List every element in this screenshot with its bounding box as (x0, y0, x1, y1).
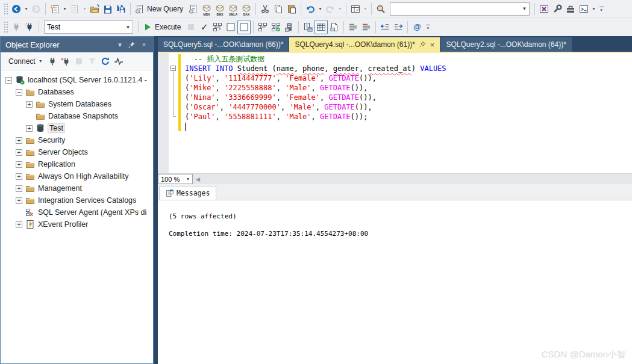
tab-messages[interactable]: Messages (159, 186, 216, 200)
dmx-query-button[interactable]: DMX (213, 2, 227, 16)
display-estimated-plan-button[interactable] (211, 20, 224, 34)
tree-expander-icon[interactable]: + (16, 173, 22, 180)
toolbar1-grip[interactable] (3, 2, 8, 16)
tree-item-database-snapshots[interactable]: Database Snapshots (1, 110, 153, 122)
tree-expander-icon[interactable]: + (16, 197, 22, 204)
new-project-button[interactable] (48, 2, 61, 16)
connect-dropdown-button[interactable]: Connect▾ (4, 54, 46, 69)
increase-indent-button[interactable] (392, 20, 405, 34)
database-selector-input[interactable] (45, 22, 124, 32)
tree-item-sql-server-agent-agent-xps-di[interactable]: ×SQL Server Agent (Agent XPs di (1, 206, 153, 218)
cut-button[interactable] (258, 2, 272, 16)
command-window-button[interactable] (577, 2, 590, 16)
tree-expander-icon[interactable]: + (16, 185, 22, 192)
include-actual-plan-button[interactable] (256, 20, 269, 34)
refresh-button[interactable] (99, 54, 112, 69)
tree-item-label[interactable]: Databases (38, 88, 74, 96)
editor-zoom-selector[interactable]: 100 % ▼ (158, 174, 193, 184)
document-tab-1[interactable]: SQLQuery5.sql -...OOK\damon (66))* (158, 37, 289, 52)
query-designer-dropdown[interactable]: ▾ (362, 2, 369, 16)
parse-button[interactable]: ✓ (198, 20, 211, 34)
toolbar2-grip[interactable] (3, 20, 8, 34)
tree-item-label[interactable]: Security (38, 136, 65, 144)
tree-item-label[interactable]: Replication (38, 160, 75, 168)
tree-expander-icon[interactable]: − (16, 89, 22, 96)
decrease-indent-button[interactable] (378, 20, 392, 34)
database-selector[interactable]: ▼ (44, 20, 133, 34)
find-combobox-input[interactable] (390, 4, 520, 14)
connect-object-icon[interactable] (46, 54, 59, 69)
tree-item-system-databases[interactable]: +System Databases (1, 98, 153, 110)
paste-button[interactable] (285, 2, 298, 16)
results-to-file-button[interactable] (328, 20, 341, 34)
tree-item-label[interactable]: localhost (SQL Server 16.0.1121.4 - (28, 76, 147, 84)
tree-item-server-objects[interactable]: +Server Objects (1, 146, 153, 158)
template-explorer-button[interactable] (564, 2, 577, 16)
comment-selection-button[interactable] (346, 20, 360, 34)
tree-item-label[interactable]: SQL Server Agent (Agent XPs di (38, 208, 146, 217)
open-file-button[interactable] (88, 2, 101, 16)
uncomment-selection-button[interactable] (360, 20, 373, 34)
pin-tab-icon[interactable] (419, 41, 426, 49)
tree-item-security[interactable]: +Security (1, 134, 153, 146)
tree-item-replication[interactable]: +Replication (1, 158, 153, 170)
find-button[interactable] (374, 2, 387, 16)
panel-splitter[interactable] (154, 36, 158, 364)
properties-window-button[interactable] (551, 2, 564, 16)
tree-item-always-on-high-availability[interactable]: +Always On High Availability (1, 170, 153, 182)
undo-button[interactable] (304, 2, 317, 16)
filter-button[interactable] (86, 54, 99, 69)
auto-hide-pin-icon[interactable] (127, 39, 137, 50)
change-connection-button[interactable] (23, 20, 36, 34)
xmla-query-button[interactable]: XMLA (227, 2, 240, 16)
tree-item-localhost-sql-server-16-0-1121-4[interactable]: −localhost (SQL Server 16.0.1121.4 - (1, 74, 153, 86)
tree-expander-icon[interactable]: − (5, 77, 12, 84)
tree-item-integration-services-catalogs[interactable]: +Integration Services Catalogs (1, 194, 153, 206)
execute-button[interactable]: Execute (141, 20, 184, 34)
client-statistics-button[interactable] (283, 20, 296, 34)
tree-item-label[interactable]: Server Objects (38, 148, 88, 156)
vs-window-button[interactable] (537, 2, 551, 16)
redo-button[interactable] (324, 2, 337, 16)
tree-item-label[interactable]: Database Snapshots (48, 112, 118, 120)
results-to-text-button[interactable] (301, 20, 314, 34)
close-tab-icon[interactable]: × (430, 40, 435, 49)
add-item-button[interactable] (68, 2, 81, 16)
fold-collapse-icon[interactable]: − (171, 66, 176, 71)
command-window-dropdown[interactable]: ▾ (590, 2, 597, 16)
add-item-dropdown[interactable]: ▾ (81, 2, 88, 16)
intellisense-enabled-toggle[interactable] (237, 20, 251, 34)
tree-item-management[interactable]: +Management (1, 182, 153, 194)
database-selector-dropdown-icon[interactable]: ▼ (124, 25, 133, 30)
navigate-back-button[interactable] (10, 2, 23, 16)
tree-item-label[interactable]: Integration Services Catalogs (38, 196, 136, 205)
document-tab-2[interactable]: SQLQuery4.sql -...OOK\damon (61))*× (289, 37, 440, 52)
tree-expander-icon[interactable]: + (16, 221, 22, 228)
tree-expander-icon[interactable]: + (26, 125, 33, 132)
live-query-statistics-button[interactable] (269, 20, 283, 34)
activity-monitor-button[interactable] (112, 54, 125, 69)
tree-item-label[interactable]: Management (38, 184, 82, 193)
find-combobox-dropdown-icon[interactable]: ▼ (520, 6, 529, 11)
find-combobox[interactable]: ▼ (390, 2, 530, 16)
tree-item-label[interactable]: Always On High Availability (38, 172, 129, 180)
template-parameters-button[interactable]: @ (410, 20, 424, 34)
redo-dropdown[interactable]: ▾ (337, 2, 343, 16)
tree-item-databases[interactable]: −Databases (1, 86, 153, 98)
tree-item-label[interactable]: XEvent Profiler (38, 220, 88, 229)
stop-button[interactable] (72, 54, 86, 69)
tree-item-label[interactable]: System Databases (48, 100, 111, 108)
tree-expander-icon[interactable]: + (16, 149, 22, 156)
tree-item-label[interactable]: Test (48, 124, 64, 132)
window-position-dropdown-icon[interactable]: ▾ (114, 39, 125, 50)
connect-query-button[interactable] (10, 20, 23, 34)
tree-expander-icon[interactable]: + (26, 101, 33, 108)
results-to-grid-toggle[interactable] (314, 20, 328, 34)
undo-dropdown[interactable]: ▾ (317, 2, 324, 16)
save-button[interactable] (101, 2, 114, 16)
new-query-button[interactable]: New Query (133, 2, 187, 16)
navigate-back-dropdown[interactable]: ▾ (23, 2, 30, 16)
query-options-button[interactable] (224, 20, 237, 34)
tree-item-xevent-profiler[interactable]: +XEvent Profiler (1, 218, 153, 230)
database-engine-query-button[interactable] (187, 2, 200, 16)
